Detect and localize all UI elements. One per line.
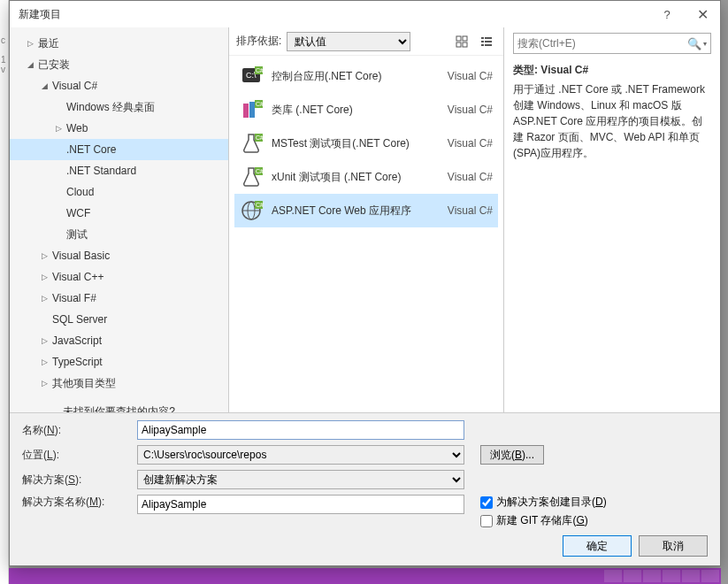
svg-rect-1 (463, 36, 467, 41)
name-input[interactable] (137, 420, 464, 440)
template-class-library[interactable]: C# 类库 (.NET Core) Visual C# (234, 93, 498, 127)
titlebar: 新建项目 ? ✕ (10, 1, 720, 27)
sidebar-netstd[interactable]: ▷.NET Standard (10, 160, 228, 181)
solution-label: 解决方案(S): (22, 473, 137, 488)
dialog-title: 新建项目 (19, 7, 649, 22)
sidebar-sqlserver[interactable]: ▷SQL Server (10, 309, 228, 330)
svg-text:C#: C# (256, 134, 264, 141)
svg-rect-5 (485, 37, 492, 39)
sidebar-vfsharp[interactable]: ▷Visual F# (10, 288, 228, 309)
new-project-dialog: 新建项目 ? ✕ ▷最近 ◢已安装 ◢Visual C# ▷Windows 经典… (9, 0, 721, 566)
sidebar-netcore[interactable]: ▷.NET Core (10, 139, 228, 160)
view-grid-button[interactable] (452, 32, 471, 51)
git-repo-checkbox[interactable]: 新建 GIT 存储库(G) (480, 513, 607, 528)
grid-icon (456, 35, 468, 48)
svg-text:C#: C# (256, 67, 264, 73)
solution-select[interactable]: 创建新解决方案 (137, 470, 464, 489)
location-select[interactable]: C:\Users\roc\source\repos (137, 445, 464, 465)
svg-rect-3 (463, 42, 467, 47)
sidebar-ts[interactable]: ▷TypeScript (10, 351, 228, 373)
svg-text:C#: C# (256, 202, 264, 208)
help-button[interactable]: ? (649, 1, 685, 27)
sort-label: 排序依据: (236, 34, 281, 49)
svg-rect-9 (485, 44, 492, 46)
sidebar-js[interactable]: ▷JavaScript (10, 330, 228, 351)
sidebar-web[interactable]: ▷Web (10, 118, 228, 139)
sidebar-installed[interactable]: ◢已安装 (10, 54, 228, 75)
view-list-button[interactable] (477, 32, 496, 51)
sidebar-test[interactable]: ▷测试 (10, 224, 228, 245)
globe-icon: C# (240, 198, 264, 223)
type-label: 类型: Visual C# (513, 63, 711, 78)
template-console-app[interactable]: C:\C# 控制台应用(.NET Core) Visual C# (234, 59, 498, 93)
template-xunit[interactable]: C# xUnit 测试项目 (.NET Core) Visual C# (234, 160, 498, 194)
svg-rect-14 (243, 104, 249, 118)
svg-rect-15 (249, 102, 255, 118)
svg-rect-8 (481, 44, 484, 46)
description-panel: 🔍 ▾ 类型: Visual C# 用于通过 .NET Core 或 .NET … (504, 27, 720, 412)
solution-name-input[interactable] (137, 495, 464, 514)
solution-name-label: 解决方案名称(M): (22, 495, 137, 510)
sidebar-other[interactable]: ▷其他项目类型 (10, 373, 228, 394)
console-icon: C:\C# (240, 64, 264, 88)
create-directory-checkbox[interactable]: 为解决方案创建目录(D) (480, 495, 607, 510)
sidebar-vcsharp[interactable]: ◢Visual C# (10, 75, 228, 96)
flask-icon: C# (240, 165, 264, 189)
library-icon: C# (240, 97, 264, 122)
close-button[interactable]: ✕ (685, 1, 720, 27)
svg-rect-6 (481, 41, 484, 42)
sidebar-cloud[interactable]: ▷Cloud (10, 181, 228, 203)
sidebar-winclassic[interactable]: ▷Windows 经典桌面 (10, 96, 228, 118)
flask-icon: C# (240, 131, 264, 156)
sidebar-footer-text: 未找到你要查找的内容? (17, 404, 221, 412)
category-sidebar: ▷最近 ◢已安装 ◢Visual C# ▷Windows 经典桌面 ▷Web ▷… (10, 27, 229, 412)
svg-rect-7 (485, 41, 492, 42)
sidebar-recent[interactable]: ▷最近 (10, 33, 228, 54)
template-description: 用于通过 .NET Core 或 .NET Framework 创建 Windo… (513, 81, 711, 161)
sort-select[interactable]: 默认值 (287, 32, 410, 51)
svg-rect-2 (456, 42, 461, 47)
browse-button[interactable]: 浏览(B)... (480, 445, 544, 465)
sidebar-vb[interactable]: ▷Visual Basic (10, 245, 228, 266)
template-mstest[interactable]: C# MSTest 测试项目(.NET Core) Visual C# (234, 127, 498, 160)
sidebar-wcf[interactable]: ▷WCF (10, 203, 228, 224)
ok-button[interactable]: 确定 (563, 535, 632, 557)
chevron-down-icon[interactable]: ▾ (703, 40, 707, 48)
search-box[interactable]: 🔍 ▾ (513, 33, 711, 54)
name-label: 名称(N): (22, 423, 137, 438)
search-icon: 🔍 (687, 37, 701, 50)
template-panel: 排序依据: 默认值 C:\C# 控制台应用(.NET Core) Visual … (229, 27, 504, 412)
location-label: 位置(L): (22, 448, 137, 463)
form-panel: 名称(N): 位置(L): C:\Users\roc\source\repos … (10, 412, 720, 565)
svg-rect-0 (456, 36, 461, 41)
template-aspnet-core[interactable]: C# ASP.NET Core Web 应用程序 Visual C# (234, 194, 498, 227)
svg-text:C#: C# (256, 101, 264, 107)
svg-text:C#: C# (256, 168, 264, 174)
search-input[interactable] (517, 35, 687, 52)
cancel-button[interactable]: 取消 (639, 535, 708, 557)
sidebar-vcpp[interactable]: ▷Visual C++ (10, 266, 228, 288)
list-icon (480, 35, 493, 48)
svg-rect-4 (481, 37, 484, 39)
